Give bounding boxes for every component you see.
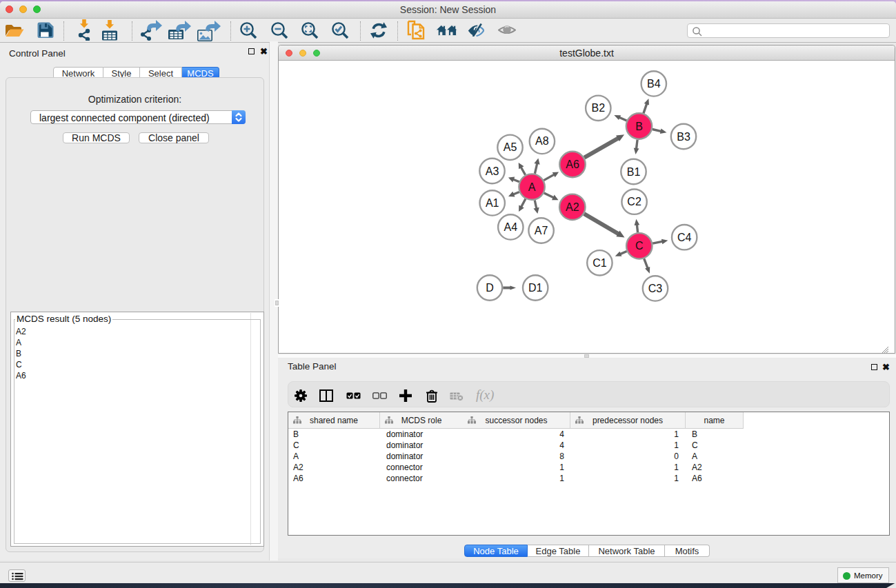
svg-text:B1: B1: [627, 166, 641, 178]
svg-text:A4: A4: [504, 221, 518, 233]
svg-text:B2: B2: [592, 102, 606, 114]
svg-text:D: D: [486, 282, 494, 294]
svg-text:A2: A2: [566, 201, 579, 213]
svg-text:C: C: [635, 240, 644, 252]
svg-text:A7: A7: [535, 225, 548, 236]
svg-text:C3: C3: [648, 283, 663, 294]
svg-text:A3: A3: [486, 165, 499, 177]
svg-text:B4: B4: [647, 78, 661, 90]
svg-text:B3: B3: [677, 131, 690, 143]
svg-text:A6: A6: [566, 159, 579, 170]
svg-text:A8: A8: [535, 135, 549, 147]
svg-text:A1: A1: [486, 197, 499, 209]
svg-text:A5: A5: [504, 141, 517, 153]
svg-text:D1: D1: [528, 282, 543, 294]
svg-text:C2: C2: [627, 196, 641, 207]
svg-text:C4: C4: [677, 232, 692, 243]
svg-text:A: A: [528, 181, 536, 193]
svg-text:B: B: [635, 121, 643, 132]
svg-text:C1: C1: [593, 257, 607, 269]
